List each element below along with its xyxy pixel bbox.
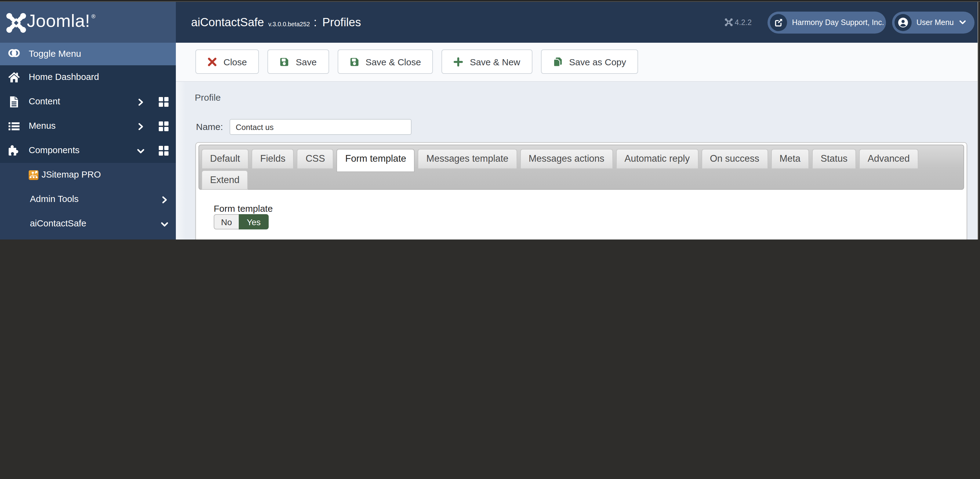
external-link-icon [770,14,787,31]
grid-icon[interactable] [159,121,169,131]
toolbar: Close Save Save & Close [176,43,978,82]
chevron-right-icon [137,123,145,130]
save-new-button[interactable]: Save & New [442,49,533,74]
tab-meta[interactable]: Meta [771,149,809,169]
profile-tabs-panel: Default Fields CSS Form template Message… [196,142,967,240]
user-icon [894,14,912,31]
sidebar-toggle-menu[interactable]: Toggle Menu [0,43,176,65]
grid-icon[interactable] [159,146,169,155]
content-area: Profile Name: Default Fields CSS Form te… [176,82,978,240]
sidebar-item-aicontactsafe[interactable]: aiContactSafe [0,212,176,236]
form-template-switch: No Yes [214,214,269,230]
tab-default[interactable]: Default [202,149,248,169]
chevron-down-icon [959,20,966,25]
sidebar-logo-band: Joomla!® [0,2,176,43]
copy-icon [553,57,562,66]
sidebar-item-jsitemap-pro[interactable]: JSitemap PRO [0,163,176,187]
chevron-right-icon [161,196,169,204]
chevron-down-icon [137,147,145,155]
toggle-menu-icon [8,48,20,60]
grid-icon[interactable] [159,97,169,107]
window-top-frame [0,0,980,2]
tab-messages-actions[interactable]: Messages actions [520,149,613,169]
content-icon [8,96,20,108]
app-root: Joomla!® Toggle Menu Home Dashboard [0,2,978,240]
components-icon [8,144,20,157]
page-title: aiContactSafe v.3.0.0.beta252 : Profiles [191,2,361,43]
toolbar-buttons: Close Save Save & Close [196,49,647,74]
chevron-down-icon [161,220,169,228]
tab-messages-template[interactable]: Messages template [418,149,517,169]
main-area: aiContactSafe v.3.0.0.beta252 : Profiles [176,2,978,240]
plus-icon [454,57,463,66]
toggle-menu-label: Toggle Menu [29,48,81,59]
tab-row-1: Default Fields CSS Form template Message… [202,149,921,169]
home-icon [8,71,20,84]
tab-fields[interactable]: Fields [251,149,294,169]
save-icon [280,57,289,66]
switch-label: Form template [214,203,273,214]
switch-yes[interactable]: Yes [239,214,269,230]
joomla-version-icon [725,18,733,26]
sidebar-menu: Home Dashboard Content [0,65,176,240]
tab-extend[interactable]: Extend [202,170,248,189]
sidebar-item-menus[interactable]: Menus [0,114,176,138]
save-close-button[interactable]: Save & Close [337,49,433,74]
sidebar-item-dashboard[interactable]: Dashboard [0,236,176,240]
tab-strip: Default Fields CSS Form template Message… [199,144,964,190]
title-separator: : [313,16,317,29]
joomla-version: 4.2.2 [725,18,752,27]
save-copy-button[interactable]: Save as Copy [541,49,638,74]
switch-no[interactable]: No [214,214,239,230]
jsitemap-icon [29,170,38,180]
save-icon [350,57,359,66]
tab-advanced[interactable]: Advanced [859,149,918,169]
name-input[interactable] [229,119,412,135]
tab-row-2: Extend [202,170,251,189]
registered-mark: ® [91,13,95,19]
tab-css[interactable]: CSS [297,149,334,169]
application-window: Joomla!® Toggle Menu Home Dashboard [0,0,980,240]
sidebar-item-content[interactable]: Content [0,90,176,114]
site-link-button[interactable]: Harmony Day Support, Inc. [767,11,886,33]
profile-legend: Profile [195,92,221,103]
tab-automatic-reply[interactable]: Automatic reply [616,149,698,169]
tab-form-template[interactable]: Form template [337,149,415,172]
tab-on-success[interactable]: On success [701,149,768,169]
save-button[interactable]: Save [268,49,329,74]
window-right-frame [978,2,980,240]
page-name: Profiles [322,16,361,29]
joomla-logo-icon [6,13,26,33]
chevron-right-icon [137,98,145,106]
close-button[interactable]: Close [196,49,259,74]
sidebar-item-home-dashboard[interactable]: Home Dashboard [0,65,176,90]
sidebar-item-components[interactable]: Components [0,138,176,163]
sidebar-item-admin-tools[interactable]: Admin Tools [0,187,176,212]
header-actions: 4.2.2 Harmony Day Support, Inc. [725,2,975,43]
close-icon [208,57,217,66]
header-bar: aiContactSafe v.3.0.0.beta252 : Profiles [176,2,978,43]
name-label: Name: [196,121,223,132]
sidebar: Joomla!® Toggle Menu Home Dashboard [0,2,176,240]
tab-status[interactable]: Status [812,149,856,169]
user-menu-button[interactable]: User Menu [892,11,975,33]
joomla-wordmark: Joomla!® [27,11,95,31]
menus-icon [8,120,20,132]
